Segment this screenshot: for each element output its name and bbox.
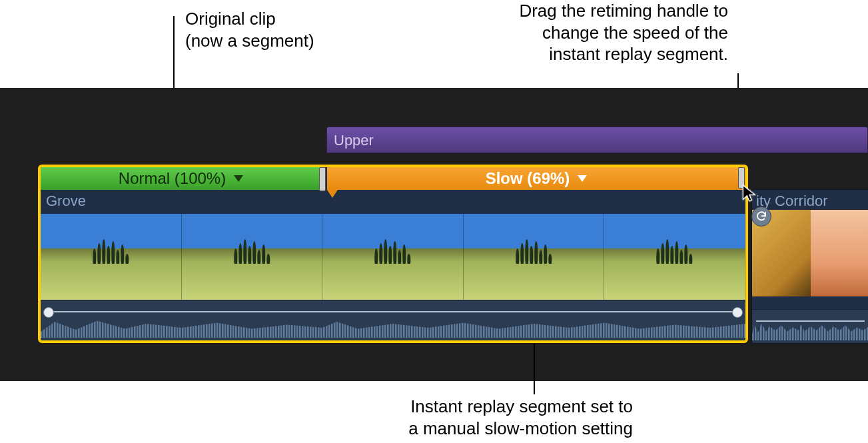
segment-start-marker (327, 190, 338, 198)
clip-audio-area[interactable] (41, 300, 745, 340)
filmstrip-frame (322, 214, 464, 300)
clip-audio-area[interactable] (752, 309, 868, 343)
retiming-handle[interactable] (319, 167, 326, 191)
audio-volume-line[interactable] (756, 320, 865, 322)
filmstrip-frame (811, 210, 869, 296)
speed-segment-label: Normal (100%) (119, 167, 226, 190)
audio-fade-handle-left[interactable] (43, 307, 54, 318)
chevron-down-icon (234, 175, 243, 182)
callout-line: (now a segment) (185, 30, 314, 52)
mouse-cursor-icon (741, 184, 759, 203)
callout-line: Instant replay segment set to (220, 396, 633, 418)
filmstrip-frame (464, 214, 605, 300)
clip-filmstrip (752, 210, 868, 296)
audio-waveform (41, 318, 745, 338)
callout-original-clip: Original clip (now a segment) (185, 8, 314, 51)
callout-line: change the speed of the (519, 22, 728, 44)
filmstrip-frame (604, 214, 745, 300)
upper-track-label: Upper (334, 132, 374, 149)
callout-line: instant replay segment. (519, 43, 728, 65)
callout-retiming-handle: Drag the retiming handle to change the s… (519, 0, 728, 65)
callout-line: a manual slow-motion setting (220, 418, 633, 440)
callout-instant-replay: Instant replay segment set to a manual s… (220, 396, 633, 439)
selected-clip[interactable]: Normal (100%) Slow (69%) Grove (38, 165, 748, 343)
retime-reset-icon[interactable] (751, 207, 771, 226)
speed-segment-normal[interactable]: Normal (100%) (41, 167, 324, 190)
upper-track-clip[interactable]: Upper (326, 127, 868, 153)
clip-name-label: Grove (46, 193, 86, 210)
clip-filmstrip (41, 214, 745, 300)
filmstrip-frame (182, 214, 323, 300)
audio-volume-line[interactable] (45, 311, 741, 312)
speed-segment-slow[interactable]: Slow (69%) (327, 167, 745, 190)
speed-segment-label: Slow (69%) (486, 167, 570, 190)
clip-name-label: ity Corridor (752, 190, 868, 210)
chevron-down-icon (578, 175, 587, 182)
audio-fade-handle-right[interactable] (732, 307, 743, 318)
filmstrip-frame (41, 214, 182, 300)
callout-line: Original clip (185, 8, 314, 30)
timeline-area: Upper Normal (100%) Slow (69%) Grove (0, 88, 868, 381)
audio-waveform (752, 320, 868, 340)
callout-line: Drag the retiming handle to (519, 0, 728, 22)
callout-leader (534, 344, 535, 394)
